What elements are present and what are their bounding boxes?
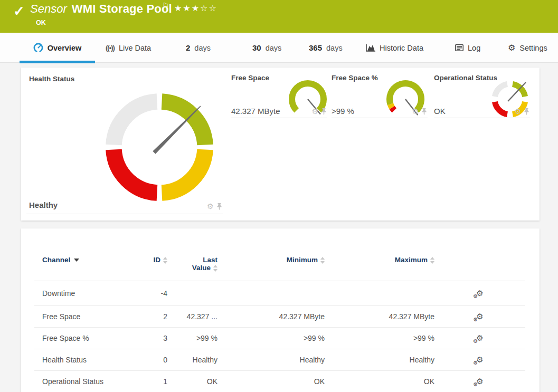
table-row: Free Space % 3 >99 % >99 % >99 % ⚙⚙ [34, 327, 525, 349]
sort-icon [430, 257, 434, 264]
gauges-panel: Health Status Healthy ⚙ Free Space 42.32… [21, 68, 540, 221]
sensor-name: WMI Storage Pool [72, 2, 172, 15]
channel-name: Downtime [34, 281, 135, 305]
health-status-title: Health Status [29, 75, 74, 83]
column-header-last-label: Last [167, 256, 217, 264]
table-row: Downtime -4 ⚙⚙ [34, 281, 525, 305]
channel-maximum [325, 281, 434, 305]
tab-settings[interactable]: ⚙ Settings [508, 33, 547, 63]
column-header-channel[interactable]: Channel [34, 248, 135, 281]
gear-icon[interactable]: ⚙ [412, 108, 419, 115]
operational-status-corner-icons: ⚙ [514, 108, 529, 115]
channel-settings-icon[interactable]: ⚙⚙ [476, 377, 483, 386]
priority-stars[interactable]: ★★★☆☆ [174, 3, 217, 13]
channel-name: Operational Status [34, 370, 135, 392]
free-space-corner-icons: ⚙ [311, 108, 327, 115]
channel-last-value: >99 % [167, 327, 217, 349]
channel-settings-icon[interactable]: ⚙⚙ [476, 289, 483, 298]
tab-historic-data[interactable]: Historic Data [366, 33, 423, 63]
area-chart-icon [366, 44, 375, 52]
channel-minimum: 42.327 MByte [217, 305, 325, 327]
ok-check-icon: ✓ [13, 3, 25, 20]
column-header-settings [434, 248, 525, 281]
health-status-value: Healthy [29, 200, 58, 209]
tab-365-days-unit: days [326, 44, 343, 52]
tab-log[interactable]: Log [455, 33, 480, 63]
operational-status-value: OK [434, 107, 446, 116]
tab-2-days-number: 2 [186, 43, 190, 52]
sort-icon [213, 265, 217, 272]
channel-minimum: Healthy [217, 349, 325, 370]
health-status-gauge [105, 92, 214, 202]
stars-filled: ★★★ [174, 4, 200, 13]
tab-365-days-number: 365 [309, 43, 322, 52]
live-data-icon: ((•)) [106, 44, 115, 52]
tab-30-days-number: 30 [252, 43, 261, 52]
channels-panel: Channel ID Last Value Minimum Maximum [21, 228, 540, 392]
pin-icon[interactable] [216, 203, 222, 210]
operational-status-title: Operational Status [434, 74, 497, 82]
column-header-maximum[interactable]: Maximum [325, 248, 434, 281]
divider [231, 118, 327, 118]
tab-overview-label: Overview [48, 44, 82, 52]
channel-last-value: OK [167, 370, 217, 392]
channel-maximum: >99 % [325, 327, 434, 349]
gear-icon[interactable]: ⚙ [311, 108, 318, 115]
tab-live-data[interactable]: ((•)) Live Data [106, 33, 151, 63]
sensor-status-text: OK [36, 19, 46, 26]
channel-settings-icon[interactable]: ⚙⚙ [476, 312, 483, 321]
operational-status-block: Operational Status OK ⚙ [434, 74, 532, 124]
gear-icon[interactable]: ⚙ [514, 108, 521, 115]
pin-icon[interactable] [421, 108, 427, 115]
table-row: Operational Status 1 OK OK OK ⚙⚙ [34, 370, 525, 392]
sort-icon [163, 257, 167, 264]
column-header-minimum[interactable]: Minimum [217, 248, 325, 281]
pin-icon[interactable] [321, 108, 327, 115]
divider [332, 118, 428, 118]
channel-id: 2 [135, 305, 167, 327]
column-header-id[interactable]: ID [135, 248, 167, 281]
channel-last-value: 42.327 ... [167, 305, 217, 327]
column-header-last-value[interactable]: Last Value [167, 248, 217, 281]
channel-name: Free Space [34, 305, 135, 327]
gauge-icon [33, 43, 43, 53]
column-header-id-label: ID [154, 256, 161, 264]
free-space-pct-block: Free Space % >99 % ⚙ [332, 74, 429, 124]
sensor-title-row: SensorWMI Storage Pool [30, 2, 172, 16]
channel-maximum: OK [325, 370, 434, 392]
table-header-row: Channel ID Last Value Minimum Maximum [34, 248, 525, 281]
channel-id: 3 [135, 327, 167, 349]
channel-maximum: 42.327 MByte [325, 305, 434, 327]
flag-icon[interactable]: ⚐ [162, 1, 169, 11]
channel-minimum: >99 % [217, 327, 325, 349]
channel-last-value [167, 281, 217, 305]
health-corner-icons: ⚙ [207, 203, 222, 210]
channel-settings-icon[interactable]: ⚙⚙ [476, 334, 483, 342]
tab-overview[interactable]: Overview [20, 33, 95, 63]
channel-id: -4 [135, 281, 167, 305]
tab-settings-label: Settings [519, 44, 547, 52]
tab-bar: Overview ((•)) Live Data 2 days 30 days … [0, 33, 558, 63]
tab-2-days[interactable]: 2 days [186, 33, 211, 63]
tab-365-days[interactable]: 365 days [309, 33, 343, 63]
divider [26, 214, 223, 214]
sensor-type-label: Sensor [30, 2, 67, 15]
pin-icon[interactable] [524, 108, 529, 115]
active-tab-underline [20, 61, 95, 63]
table-row: Health Status 0 Healthy Healthy Healthy … [34, 349, 525, 370]
channel-settings-icon[interactable]: ⚙⚙ [476, 356, 483, 364]
sort-desc-icon [74, 259, 79, 262]
tab-historic-data-label: Historic Data [380, 44, 423, 52]
channel-name: Health Status [34, 349, 135, 370]
channel-maximum: Healthy [325, 349, 434, 370]
tab-30-days[interactable]: 30 days [252, 33, 281, 63]
channel-id: 0 [135, 349, 167, 370]
channel-minimum: OK [217, 370, 325, 392]
channel-last-value: Healthy [167, 349, 217, 370]
free-space-value: 42.327 MByte [231, 107, 280, 116]
gear-icon[interactable]: ⚙ [207, 203, 214, 210]
log-list-icon [455, 44, 464, 51]
channel-minimum [217, 281, 325, 305]
free-space-pct-title: Free Space % [332, 74, 378, 82]
tab-log-label: Log [468, 44, 480, 52]
